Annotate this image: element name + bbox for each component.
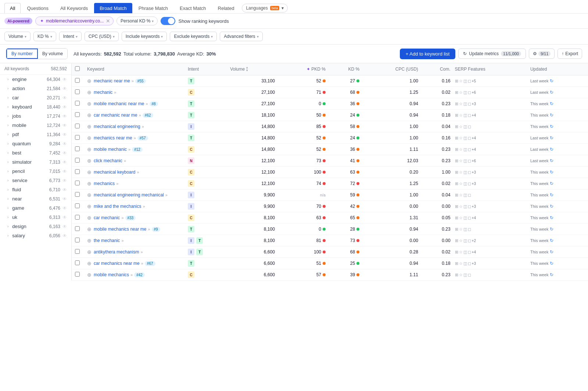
tab-phrase-match[interactable]: Phrase Match [133, 3, 173, 13]
refresh-icon[interactable]: ↻ [550, 124, 553, 129]
tab-related[interactable]: Related [212, 3, 240, 13]
keyword-link[interactable]: car mechanic near me [94, 113, 137, 118]
sidebar-item[interactable]: › engine 64,304 👁 [0, 75, 71, 84]
keyword-link[interactable]: mechanic [94, 90, 112, 95]
refresh-icon[interactable]: ↻ [550, 113, 553, 118]
add-keyword-icon[interactable]: ⊕ [87, 89, 92, 95]
row-checkbox[interactable] [75, 181, 80, 185]
keyword-link[interactable]: click mechanic [94, 158, 122, 163]
row-checkbox[interactable] [75, 101, 80, 106]
keyword-link[interactable]: mobile mechanic near me [94, 101, 144, 106]
settings-button[interactable]: ⚙ 9/11 [529, 49, 555, 59]
keyword-link[interactable]: the mechanic [94, 238, 120, 243]
sidebar-item[interactable]: › jobs 17,274 👁 [0, 111, 71, 121]
add-keyword-icon[interactable]: ⊕ [87, 101, 92, 107]
row-checkbox[interactable] [75, 226, 80, 231]
row-checkbox[interactable] [75, 146, 80, 151]
eye-icon[interactable]: 👁 [62, 132, 67, 137]
row-checkbox[interactable] [75, 135, 80, 140]
sidebar-item[interactable]: › car 20,271 👁 [0, 93, 71, 102]
add-keyword-icon[interactable]: ⊕ [87, 272, 92, 278]
tab-exact-match[interactable]: Exact Match [174, 3, 212, 13]
volume-header[interactable]: Volume ▲▼ [228, 63, 277, 75]
add-keyword-icon[interactable]: ⊕ [87, 78, 92, 84]
row-checkbox[interactable] [75, 238, 80, 242]
keyword-link[interactable]: car mechanic [94, 215, 120, 220]
sidebar-item[interactable]: › salary 6,056 👁 [0, 231, 71, 240]
row-checkbox[interactable] [75, 158, 80, 163]
eye-icon[interactable]: 👁 [62, 150, 67, 156]
keyword-link[interactable]: mobile mechanic [94, 147, 127, 152]
add-keyword-icon[interactable]: ⊕ [87, 226, 92, 232]
add-keyword-icon[interactable]: ⊕ [87, 192, 92, 198]
tab-broad-match[interactable]: Broad Match [94, 3, 132, 13]
keyword-link[interactable]: mechanics near me [94, 135, 132, 141]
update-metrics-button[interactable]: ↻ Update metrics 11/1,000 [458, 49, 526, 59]
row-checkbox[interactable] [75, 192, 80, 197]
eye-icon[interactable]: 👁 [62, 95, 67, 100]
sidebar-item[interactable]: › pdf 11,364 👁 [0, 130, 71, 139]
exclude-keywords-filter[interactable]: Exclude keywords ▾ [170, 32, 217, 41]
kd-filter[interactable]: KD % ▾ [33, 32, 56, 41]
eye-icon[interactable]: 👁 [62, 160, 67, 165]
select-all-checkbox[interactable] [75, 66, 80, 71]
kd-select[interactable]: Personal KD % ▾ [116, 17, 158, 25]
sidebar-item[interactable]: › game 6,476 👁 [0, 203, 71, 213]
keyword-link[interactable]: mobile mechanics near me [94, 227, 146, 232]
refresh-icon[interactable]: ↻ [550, 238, 553, 243]
add-keyword-icon[interactable]: ⊕ [87, 124, 92, 129]
add-keyword-icon[interactable]: ⊕ [87, 238, 92, 244]
eye-icon[interactable]: 👁 [62, 233, 67, 238]
refresh-icon[interactable]: ↻ [550, 158, 553, 163]
export-button[interactable]: ↑ Export [557, 49, 582, 59]
by-volume-button[interactable]: By volume [38, 49, 67, 59]
refresh-icon[interactable]: ↻ [550, 261, 553, 266]
volume-filter[interactable]: Volume ▾ [4, 32, 31, 41]
row-checkbox[interactable] [75, 112, 80, 117]
keyword-link[interactable]: mechanics [94, 181, 115, 186]
eye-icon[interactable]: 👁 [62, 187, 67, 192]
keyword-link[interactable]: mechanic near me [94, 78, 130, 83]
cpc-filter[interactable]: CPC (USD) ▾ [85, 32, 119, 41]
sidebar-item[interactable]: › action 21,584 👁 [0, 84, 71, 93]
eye-icon[interactable]: 👁 [62, 123, 67, 128]
sidebar-item[interactable]: › simulator 7,313 👁 [0, 157, 71, 167]
add-keyword-icon[interactable]: ⊕ [87, 112, 92, 118]
add-keyword-icon[interactable]: ⊕ [87, 169, 92, 175]
refresh-icon[interactable]: ↻ [550, 249, 553, 255]
sidebar-item[interactable]: › fluid 6,710 👁 [0, 185, 71, 194]
eye-icon[interactable]: 👁 [62, 114, 67, 119]
refresh-icon[interactable]: ↻ [550, 204, 553, 209]
eye-icon[interactable]: 👁 [62, 141, 67, 146]
include-keywords-filter[interactable]: Include keywords ▾ [122, 32, 167, 41]
row-checkbox[interactable] [75, 169, 80, 174]
refresh-icon[interactable]: ↻ [550, 90, 553, 95]
keyword-link[interactable]: mechanical keyboard [94, 170, 135, 175]
ranking-keywords-toggle[interactable] [161, 17, 175, 25]
sidebar-item[interactable]: › uk 6,313 👁 [0, 213, 71, 222]
refresh-icon[interactable]: ↻ [550, 101, 553, 106]
eye-icon[interactable]: 👁 [62, 215, 67, 220]
keyword-link[interactable]: mechanical engineering mechanical [94, 192, 164, 198]
close-domain-icon[interactable]: ✕ [106, 18, 110, 24]
domain-chip[interactable]: ✦ mobilemechaniccoventry.co... ✕ [35, 17, 114, 25]
eye-icon[interactable]: 👁 [62, 86, 67, 91]
add-keyword-icon[interactable]: ⊕ [87, 260, 92, 266]
refresh-icon[interactable]: ↻ [550, 227, 553, 232]
eye-icon[interactable]: 👁 [62, 104, 67, 110]
add-to-keyword-list-button[interactable]: + Add to keyword list [400, 49, 456, 59]
eye-icon[interactable]: 👁 [62, 206, 67, 211]
advanced-filters-filter[interactable]: Advanced filters ▾ [220, 32, 262, 41]
sidebar-item[interactable]: › quantum 9,284 👁 [0, 139, 71, 148]
keyword-link[interactable]: mike and the mechanics [94, 204, 141, 209]
keyword-link[interactable]: mobile mechanics [94, 272, 129, 277]
row-checkbox[interactable] [75, 215, 80, 220]
eye-icon[interactable]: 👁 [62, 77, 67, 82]
row-checkbox[interactable] [75, 249, 80, 254]
sidebar-item[interactable]: › best 7,452 👁 [0, 148, 71, 157]
refresh-icon[interactable]: ↻ [550, 78, 553, 83]
refresh-icon[interactable]: ↻ [550, 181, 553, 186]
tab-all[interactable]: All [4, 3, 21, 13]
add-keyword-icon[interactable]: ⊕ [87, 215, 92, 221]
sidebar-item[interactable]: › near 6,531 👁 [0, 194, 71, 203]
